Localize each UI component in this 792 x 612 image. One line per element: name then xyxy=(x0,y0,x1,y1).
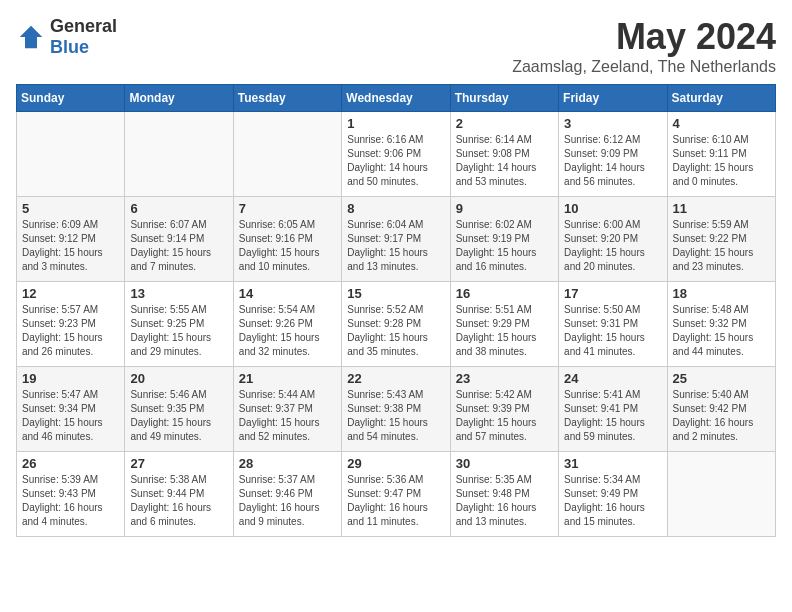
day-number: 30 xyxy=(456,456,553,471)
day-number: 1 xyxy=(347,116,444,131)
day-number: 4 xyxy=(673,116,770,131)
day-cell: 31Sunrise: 5:34 AM Sunset: 9:49 PM Dayli… xyxy=(559,452,667,537)
day-cell: 17Sunrise: 5:50 AM Sunset: 9:31 PM Dayli… xyxy=(559,282,667,367)
title-block: May 2024 Zaamslag, Zeeland, The Netherla… xyxy=(512,16,776,76)
day-cell: 7Sunrise: 6:05 AM Sunset: 9:16 PM Daylig… xyxy=(233,197,341,282)
day-number: 24 xyxy=(564,371,661,386)
day-number: 28 xyxy=(239,456,336,471)
day-cell: 13Sunrise: 5:55 AM Sunset: 9:25 PM Dayli… xyxy=(125,282,233,367)
day-cell: 26Sunrise: 5:39 AM Sunset: 9:43 PM Dayli… xyxy=(17,452,125,537)
day-cell: 10Sunrise: 6:00 AM Sunset: 9:20 PM Dayli… xyxy=(559,197,667,282)
day-info: Sunrise: 5:40 AM Sunset: 9:42 PM Dayligh… xyxy=(673,388,770,444)
day-number: 31 xyxy=(564,456,661,471)
day-number: 7 xyxy=(239,201,336,216)
logo: General Blue xyxy=(16,16,117,58)
day-info: Sunrise: 5:57 AM Sunset: 9:23 PM Dayligh… xyxy=(22,303,119,359)
day-cell: 5Sunrise: 6:09 AM Sunset: 9:12 PM Daylig… xyxy=(17,197,125,282)
day-info: Sunrise: 5:34 AM Sunset: 9:49 PM Dayligh… xyxy=(564,473,661,529)
day-info: Sunrise: 6:10 AM Sunset: 9:11 PM Dayligh… xyxy=(673,133,770,189)
day-cell: 14Sunrise: 5:54 AM Sunset: 9:26 PM Dayli… xyxy=(233,282,341,367)
day-number: 26 xyxy=(22,456,119,471)
weekday-header-tuesday: Tuesday xyxy=(233,85,341,112)
day-info: Sunrise: 6:00 AM Sunset: 9:20 PM Dayligh… xyxy=(564,218,661,274)
day-number: 18 xyxy=(673,286,770,301)
day-info: Sunrise: 5:39 AM Sunset: 9:43 PM Dayligh… xyxy=(22,473,119,529)
day-cell: 11Sunrise: 5:59 AM Sunset: 9:22 PM Dayli… xyxy=(667,197,775,282)
week-row-5: 26Sunrise: 5:39 AM Sunset: 9:43 PM Dayli… xyxy=(17,452,776,537)
day-info: Sunrise: 6:05 AM Sunset: 9:16 PM Dayligh… xyxy=(239,218,336,274)
day-cell: 3Sunrise: 6:12 AM Sunset: 9:09 PM Daylig… xyxy=(559,112,667,197)
day-info: Sunrise: 5:51 AM Sunset: 9:29 PM Dayligh… xyxy=(456,303,553,359)
day-info: Sunrise: 5:36 AM Sunset: 9:47 PM Dayligh… xyxy=(347,473,444,529)
logo-text: General Blue xyxy=(50,16,117,58)
day-number: 17 xyxy=(564,286,661,301)
day-cell: 8Sunrise: 6:04 AM Sunset: 9:17 PM Daylig… xyxy=(342,197,450,282)
day-number: 14 xyxy=(239,286,336,301)
day-cell: 22Sunrise: 5:43 AM Sunset: 9:38 PM Dayli… xyxy=(342,367,450,452)
day-cell: 29Sunrise: 5:36 AM Sunset: 9:47 PM Dayli… xyxy=(342,452,450,537)
day-number: 8 xyxy=(347,201,444,216)
day-cell: 1Sunrise: 6:16 AM Sunset: 9:06 PM Daylig… xyxy=(342,112,450,197)
day-number: 9 xyxy=(456,201,553,216)
day-info: Sunrise: 6:04 AM Sunset: 9:17 PM Dayligh… xyxy=(347,218,444,274)
day-number: 27 xyxy=(130,456,227,471)
logo-general: General xyxy=(50,16,117,36)
day-number: 22 xyxy=(347,371,444,386)
day-info: Sunrise: 5:55 AM Sunset: 9:25 PM Dayligh… xyxy=(130,303,227,359)
day-number: 21 xyxy=(239,371,336,386)
week-row-2: 5Sunrise: 6:09 AM Sunset: 9:12 PM Daylig… xyxy=(17,197,776,282)
day-cell xyxy=(17,112,125,197)
day-cell xyxy=(233,112,341,197)
weekday-header-saturday: Saturday xyxy=(667,85,775,112)
day-number: 12 xyxy=(22,286,119,301)
day-info: Sunrise: 5:50 AM Sunset: 9:31 PM Dayligh… xyxy=(564,303,661,359)
logo-icon xyxy=(16,22,46,52)
weekday-header-wednesday: Wednesday xyxy=(342,85,450,112)
day-info: Sunrise: 5:48 AM Sunset: 9:32 PM Dayligh… xyxy=(673,303,770,359)
day-number: 3 xyxy=(564,116,661,131)
day-cell: 20Sunrise: 5:46 AM Sunset: 9:35 PM Dayli… xyxy=(125,367,233,452)
week-row-4: 19Sunrise: 5:47 AM Sunset: 9:34 PM Dayli… xyxy=(17,367,776,452)
day-info: Sunrise: 5:37 AM Sunset: 9:46 PM Dayligh… xyxy=(239,473,336,529)
day-cell: 30Sunrise: 5:35 AM Sunset: 9:48 PM Dayli… xyxy=(450,452,558,537)
day-number: 6 xyxy=(130,201,227,216)
day-info: Sunrise: 5:59 AM Sunset: 9:22 PM Dayligh… xyxy=(673,218,770,274)
day-info: Sunrise: 5:38 AM Sunset: 9:44 PM Dayligh… xyxy=(130,473,227,529)
day-cell: 9Sunrise: 6:02 AM Sunset: 9:19 PM Daylig… xyxy=(450,197,558,282)
day-info: Sunrise: 5:41 AM Sunset: 9:41 PM Dayligh… xyxy=(564,388,661,444)
day-info: Sunrise: 5:47 AM Sunset: 9:34 PM Dayligh… xyxy=(22,388,119,444)
day-info: Sunrise: 6:12 AM Sunset: 9:09 PM Dayligh… xyxy=(564,133,661,189)
day-cell: 25Sunrise: 5:40 AM Sunset: 9:42 PM Dayli… xyxy=(667,367,775,452)
day-info: Sunrise: 5:43 AM Sunset: 9:38 PM Dayligh… xyxy=(347,388,444,444)
day-info: Sunrise: 5:44 AM Sunset: 9:37 PM Dayligh… xyxy=(239,388,336,444)
day-number: 15 xyxy=(347,286,444,301)
day-cell: 6Sunrise: 6:07 AM Sunset: 9:14 PM Daylig… xyxy=(125,197,233,282)
page-header: General Blue May 2024 Zaamslag, Zeeland,… xyxy=(16,16,776,76)
day-number: 25 xyxy=(673,371,770,386)
day-info: Sunrise: 5:42 AM Sunset: 9:39 PM Dayligh… xyxy=(456,388,553,444)
day-info: Sunrise: 5:52 AM Sunset: 9:28 PM Dayligh… xyxy=(347,303,444,359)
day-number: 19 xyxy=(22,371,119,386)
day-cell: 2Sunrise: 6:14 AM Sunset: 9:08 PM Daylig… xyxy=(450,112,558,197)
day-cell: 12Sunrise: 5:57 AM Sunset: 9:23 PM Dayli… xyxy=(17,282,125,367)
weekday-header-monday: Monday xyxy=(125,85,233,112)
day-info: Sunrise: 6:02 AM Sunset: 9:19 PM Dayligh… xyxy=(456,218,553,274)
week-row-1: 1Sunrise: 6:16 AM Sunset: 9:06 PM Daylig… xyxy=(17,112,776,197)
weekday-header-row: SundayMondayTuesdayWednesdayThursdayFrid… xyxy=(17,85,776,112)
day-info: Sunrise: 6:14 AM Sunset: 9:08 PM Dayligh… xyxy=(456,133,553,189)
day-number: 29 xyxy=(347,456,444,471)
day-cell: 28Sunrise: 5:37 AM Sunset: 9:46 PM Dayli… xyxy=(233,452,341,537)
calendar-table: SundayMondayTuesdayWednesdayThursdayFrid… xyxy=(16,84,776,537)
day-number: 5 xyxy=(22,201,119,216)
day-cell: 27Sunrise: 5:38 AM Sunset: 9:44 PM Dayli… xyxy=(125,452,233,537)
day-cell: 21Sunrise: 5:44 AM Sunset: 9:37 PM Dayli… xyxy=(233,367,341,452)
day-number: 13 xyxy=(130,286,227,301)
day-cell: 4Sunrise: 6:10 AM Sunset: 9:11 PM Daylig… xyxy=(667,112,775,197)
day-info: Sunrise: 6:16 AM Sunset: 9:06 PM Dayligh… xyxy=(347,133,444,189)
day-cell: 24Sunrise: 5:41 AM Sunset: 9:41 PM Dayli… xyxy=(559,367,667,452)
day-info: Sunrise: 6:07 AM Sunset: 9:14 PM Dayligh… xyxy=(130,218,227,274)
day-number: 23 xyxy=(456,371,553,386)
weekday-header-friday: Friday xyxy=(559,85,667,112)
logo-blue: Blue xyxy=(50,37,89,57)
day-number: 20 xyxy=(130,371,227,386)
